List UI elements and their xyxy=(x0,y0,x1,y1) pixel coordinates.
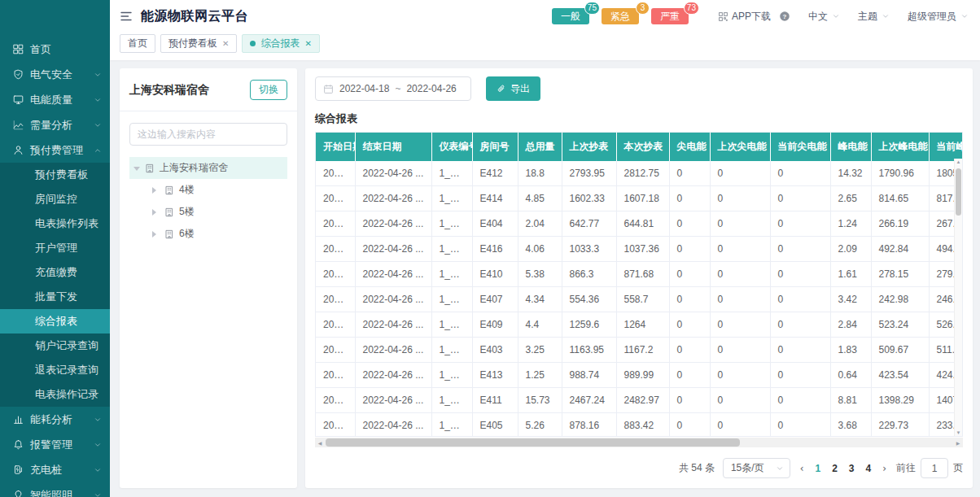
scroll-up-icon[interactable]: ▲ xyxy=(955,159,962,164)
table-cell: 0 xyxy=(710,287,770,312)
date-range-picker[interactable]: 2022-04-18 ~ 2022-04-26 xyxy=(315,76,471,101)
sidebar-subitem[interactable]: 电表操作列表 xyxy=(0,211,110,236)
table-row[interactable]: 2022-0...2022-04-26 ...1_187E4074.34554.… xyxy=(316,287,963,312)
help-icon[interactable]: ? xyxy=(779,11,790,22)
export-button[interactable]: 导出 xyxy=(486,76,540,101)
caret-right-icon[interactable] xyxy=(152,209,160,216)
sidebar-item-charging-pile[interactable]: 充电桩 xyxy=(0,457,110,482)
table-row[interactable]: 2022-0...2022-04-26 ...1_194E4144.851602… xyxy=(316,186,963,211)
table-cell: 8.81 xyxy=(830,388,871,413)
page-number-4[interactable]: 4 xyxy=(866,463,872,474)
tree-node-4楼[interactable]: 4楼 xyxy=(146,179,287,201)
sidebar: 首页电气安全电能质量需量分析预付费管理预付费看板房间监控电表操作列表开户管理充值… xyxy=(0,0,110,497)
table-cell: 0 xyxy=(770,262,830,287)
table-row[interactable]: 2022-0...2022-04-26 ...1_189E4094.41259.… xyxy=(316,312,963,338)
goto-page-input[interactable] xyxy=(921,458,948,478)
chevron-down-icon xyxy=(94,71,102,79)
table-cell: 2022-0... xyxy=(316,363,355,388)
sidebar-subitem[interactable]: 预付费看板 xyxy=(0,163,110,187)
table-row[interactable]: 2022-0...2022-04-26 ...1_185E4055.26878.… xyxy=(316,413,963,438)
table-cell: E413 xyxy=(472,363,518,388)
tab-首页[interactable]: 首页 xyxy=(120,34,155,53)
column-header: 房间号 xyxy=(472,133,518,161)
collapse-sidebar-icon[interactable] xyxy=(120,10,133,23)
sidebar-subitem[interactable]: 电表操作记录 xyxy=(0,382,110,407)
caret-down-icon[interactable] xyxy=(133,167,140,174)
scroll-right-icon[interactable]: ▶ xyxy=(953,438,963,447)
tree-panel-title: 上海安科瑞宿舍 xyxy=(129,83,209,98)
table-cell: 2022-04-26 ... xyxy=(355,186,431,211)
tab-预付费看板[interactable]: 预付费看板✕ xyxy=(160,34,237,53)
language-dropdown[interactable]: 中文 xyxy=(808,10,840,24)
report-table: 开始日期结束日期仪表编号房间号总用量上次抄表本次抄表尖电能上次尖电能当前尖电能峰… xyxy=(316,133,963,437)
alarm-count-badge: 75 xyxy=(584,2,600,15)
alarm-button[interactable]: 严重73 xyxy=(651,8,689,24)
sidebar-subitem[interactable]: 房间监控 xyxy=(0,187,110,211)
close-icon[interactable]: ✕ xyxy=(222,39,229,48)
tree-search-input[interactable] xyxy=(129,123,287,146)
horizontal-scrollbar-thumb[interactable] xyxy=(326,438,740,447)
close-icon[interactable]: ✕ xyxy=(304,39,311,48)
sidebar-subitem[interactable]: 开户管理 xyxy=(0,236,110,260)
table-cell: E404 xyxy=(472,211,518,237)
column-header: 总用量 xyxy=(518,133,562,161)
tree-node-5楼[interactable]: 5楼 xyxy=(146,201,287,223)
tree-node-root[interactable]: 上海安科瑞宿舍 xyxy=(129,157,287,179)
chevron-down-icon xyxy=(882,12,890,20)
page-number-1[interactable]: 1 xyxy=(815,463,820,474)
horizontal-scrollbar[interactable]: ◀ ▶ xyxy=(315,438,963,447)
table-row[interactable]: 2022-0...2022-04-26 ...1_192E41218.82793… xyxy=(316,161,963,186)
theme-dropdown[interactable]: 主题 xyxy=(858,10,890,24)
sidebar-item-demand-analysis[interactable]: 需量分析 xyxy=(0,112,110,137)
next-page-button[interactable]: › xyxy=(881,463,888,474)
table-cell: 871.68 xyxy=(616,262,669,287)
sidebar-subitem[interactable]: 销户记录查询 xyxy=(0,334,110,358)
sidebar-item-prepaid-management[interactable]: 预付费管理 xyxy=(0,137,110,163)
table-cell: 0 xyxy=(770,312,830,338)
switch-button[interactable]: 切换 xyxy=(250,80,287,100)
tab-综合报表[interactable]: 综合报表✕ xyxy=(242,34,319,53)
table-cell: 523.24 xyxy=(871,312,929,338)
wave-icon xyxy=(13,120,24,130)
prev-page-button[interactable]: ‹ xyxy=(798,463,806,474)
alarm-button[interactable]: 一般75 xyxy=(552,8,589,24)
table-cell: 0 xyxy=(770,161,830,186)
sidebar-item-energy-analysis[interactable]: 能耗分析 xyxy=(0,407,110,432)
app-title: 能源物联网云平台 xyxy=(141,8,248,25)
sidebar-item-power-quality[interactable]: 电能质量 xyxy=(0,87,110,112)
vertical-scrollbar-thumb[interactable] xyxy=(956,168,961,216)
table-row[interactable]: 2022-0...2022-04-26 ...1_195E4164.061033… xyxy=(316,237,963,262)
sidebar-subitem[interactable]: 综合报表 xyxy=(0,309,110,334)
alarm-button[interactable]: 紧急3 xyxy=(602,8,639,24)
table-row[interactable]: 2022-0...2022-04-26 ...1_190E4105.38866.… xyxy=(316,262,963,287)
table-cell: 2022-04-26 ... xyxy=(355,161,431,186)
caret-right-icon[interactable] xyxy=(152,187,160,194)
sidebar-item-smart-lighting[interactable]: 智能照明 xyxy=(0,482,110,497)
tree-node-6楼[interactable]: 6楼 xyxy=(146,223,287,245)
page-number-2[interactable]: 2 xyxy=(832,463,838,474)
sidebar-item-home[interactable]: 首页 xyxy=(0,37,110,62)
table-row[interactable]: 2022-0...2022-04-26 ...1_193E4131.25988.… xyxy=(316,363,963,388)
app-download-link[interactable]: APP下载 xyxy=(718,10,771,24)
scroll-down-icon[interactable]: ▼ xyxy=(955,430,962,435)
table-row[interactable]: 2022-0...2022-04-26 ...1_191E41115.73246… xyxy=(316,388,963,413)
table-row[interactable]: 2022-0...2022-04-26 ...1_183E4033.251163… xyxy=(316,338,963,363)
caret-right-icon[interactable] xyxy=(152,231,160,238)
table-row[interactable]: 2022-0...2022-04-26 ...1_184E4042.04642.… xyxy=(316,211,963,237)
sidebar-item-electrical-safety[interactable]: 电气安全 xyxy=(0,62,110,87)
page-number-3[interactable]: 3 xyxy=(849,463,855,474)
sidebar-subitem[interactable]: 退表记录查询 xyxy=(0,358,110,382)
vertical-scrollbar[interactable]: ▲ ▼ xyxy=(954,159,962,436)
sidebar-subitem[interactable]: 批量下发 xyxy=(0,285,110,309)
page-size-select[interactable]: 15条/页 xyxy=(723,458,790,478)
sidebar-subitem[interactable]: 充值缴费 xyxy=(0,260,110,285)
active-tab-dot xyxy=(250,41,256,46)
sidebar-menu: 首页电气安全电能质量需量分析预付费管理预付费看板房间监控电表操作列表开户管理充值… xyxy=(0,37,110,497)
scroll-left-icon[interactable]: ◀ xyxy=(315,438,325,447)
user-dropdown[interactable]: 超级管理员 xyxy=(908,10,969,24)
table-cell: 2812.75 xyxy=(616,161,669,186)
sidebar-item-alarm-management[interactable]: 报警管理 xyxy=(0,432,110,457)
table-cell: 1.25 xyxy=(518,363,562,388)
table-cell: 0 xyxy=(669,388,710,413)
table-cell: 1.24 xyxy=(830,211,871,237)
